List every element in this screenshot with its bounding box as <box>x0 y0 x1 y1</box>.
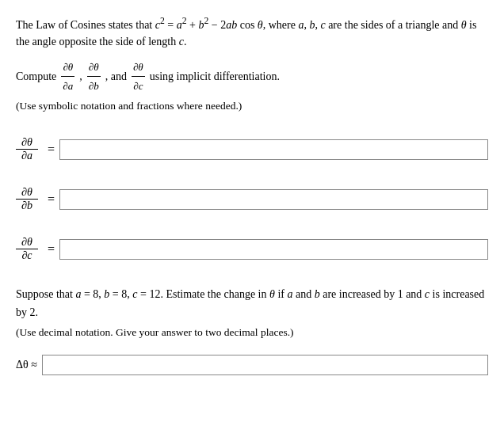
frac-label-db: ∂θ ∂b <box>16 186 38 212</box>
using-text: using implicit differentiation. <box>150 67 280 86</box>
answer-input-delta[interactable] <box>42 355 488 375</box>
equals-1: = <box>48 143 55 157</box>
problem-container: The Law of Cosines states that c2 = a2 +… <box>16 14 488 375</box>
and-text: , and <box>105 67 127 86</box>
answer-input-db[interactable] <box>59 189 488 210</box>
equals-2: = <box>48 192 55 207</box>
intro-text: The Law of Cosines states that c2 = a2 +… <box>16 14 488 50</box>
compute-line: Compute ∂θ ∂a , ∂θ ∂b , and ∂θ ∂c using … <box>16 58 488 96</box>
fraction-db: ∂θ ∂b <box>87 58 101 96</box>
answer-row-db: ∂θ ∂b = <box>16 186 488 212</box>
answer-input-dc[interactable] <box>59 239 488 260</box>
answer-input-da[interactable] <box>59 139 488 160</box>
answer-row-dc: ∂θ ∂c = <box>16 236 488 262</box>
equals-3: = <box>48 242 55 257</box>
note-text: (Use symbolic notation and fractions whe… <box>16 100 488 112</box>
fraction-da: ∂θ ∂a <box>61 58 74 96</box>
delta-label: Δθ ≈ <box>16 359 37 371</box>
compute-prefix: Compute <box>16 67 56 86</box>
answer-row-da: ∂θ ∂a = <box>16 136 488 162</box>
frac-label-dc: ∂θ ∂c <box>16 236 38 262</box>
frac-label-da: ∂θ ∂a <box>16 136 38 162</box>
fraction-dc: ∂θ ∂c <box>132 58 145 96</box>
suppose-section: Suppose that a = 8, b = 8, c = 12. Estim… <box>16 286 488 375</box>
delta-row: Δθ ≈ <box>16 355 488 375</box>
suppose-note: (Use decimal notation. Give your answer … <box>16 326 488 339</box>
comma1: , <box>79 67 82 86</box>
suppose-text: Suppose that a = 8, b = 8, c = 12. Estim… <box>16 286 488 321</box>
